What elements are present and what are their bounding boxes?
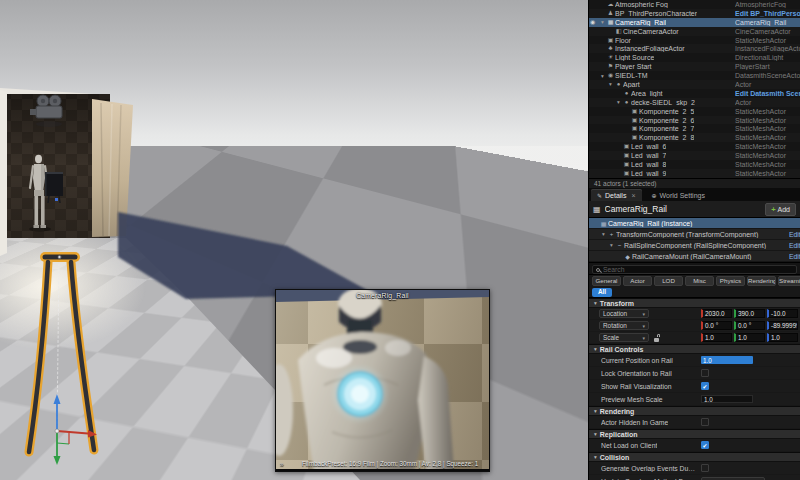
scale-y-field[interactable]: 1.0 (734, 333, 765, 342)
outliner-row[interactable]: ▣Led_wall_7StaticMeshActor (589, 151, 800, 160)
edit-component-link[interactable]: Edit (789, 231, 800, 238)
rotation-z-field[interactable]: -89.999999 (767, 321, 798, 330)
transform-label: Location (603, 310, 627, 317)
camera-rig-icon: ▦ (606, 18, 615, 27)
outliner-row[interactable]: ▣Komponente_2_6StaticMeshActor (589, 116, 800, 125)
expander-icon[interactable]: ▾ (607, 81, 614, 87)
edit-link[interactable]: Edit BP_ThirdPerson (735, 10, 800, 17)
filter-streaming-button[interactable]: Streaming (778, 276, 800, 286)
rotation-x-field[interactable]: 0.0 ° (701, 321, 732, 330)
expander-icon[interactable]: ▾ (615, 99, 622, 105)
section-title: Transform (600, 300, 634, 307)
outliner-row[interactable]: ▣Komponente_2_8StaticMeshActor (589, 133, 800, 142)
section-header-transform[interactable]: ▾Transform (589, 298, 800, 308)
chevron-down-icon: ▾ (594, 346, 597, 352)
expander-icon[interactable]: ▾ (608, 242, 615, 248)
search-box[interactable] (592, 265, 797, 274)
chevron-down-icon: ▾ (594, 431, 597, 437)
filter-rendering-button[interactable]: Rendering (747, 276, 776, 286)
outliner-row[interactable]: ▣Led_wall_6StaticMeshActor (589, 142, 800, 151)
camera-rail-spline[interactable] (29, 255, 94, 452)
pip-camera-preview[interactable]: CameraRig_Rail FilmbackPreset: 16:9 Film… (275, 289, 490, 472)
location-z-field[interactable]: -10.0 (767, 309, 798, 318)
plus-icon: + (771, 205, 775, 214)
expander-icon[interactable]: ▾ (599, 19, 606, 25)
outliner-row[interactable]: ⚑Player StartPlayerStart (589, 62, 800, 71)
checkbox[interactable]: ✔ (701, 382, 709, 390)
component-label: RailCameraMount (RailCameraMount) (632, 253, 800, 260)
visibility-eye-icon[interactable]: ◉ (590, 18, 599, 27)
filter-lod-button[interactable]: LOD (654, 276, 683, 286)
add-button-label: Add (778, 206, 790, 213)
panel-tabbar: ✎ Details × ⊕ World Settings (589, 188, 800, 201)
component-row[interactable]: ▦CameraRig_Rail (Instance) (589, 218, 800, 229)
outliner-row[interactable]: ◉▾▦CameraRig_RailCameraRig_Rail (589, 18, 800, 27)
rotation-dropdown[interactable]: Rotation▾ (599, 321, 649, 330)
section-header-rail-controls[interactable]: ▾Rail Controls (589, 344, 800, 354)
right-dock-panel: ☁Atmospheric FogAtmosphericFog♟BP_ThirdP… (588, 0, 800, 480)
outliner-row[interactable]: ☀Light SourceDirectionalLight (589, 53, 800, 62)
filter-general-button[interactable]: General (592, 276, 621, 286)
actor-icon: ● (614, 80, 623, 89)
pip-expand-icon[interactable]: » (280, 461, 284, 468)
checkbox[interactable] (701, 418, 709, 426)
checkbox[interactable]: ✔ (701, 441, 709, 449)
checkbox[interactable] (701, 369, 709, 377)
outliner-row[interactable]: ♟BP_ThirdPersonCharacterEdit BP_ThirdPer… (589, 9, 800, 18)
outliner-row[interactable]: ●Area_lightEdit Datasmith Scene (589, 89, 800, 98)
edit-component-link[interactable]: Edit (789, 242, 800, 249)
static-mesh-icon: ▣ (630, 124, 639, 133)
rotation-y-field[interactable]: 0.0 ° (734, 321, 765, 330)
location-dropdown[interactable]: Location▾ (599, 309, 649, 318)
outliner-row[interactable]: ☁Atmospheric FogAtmosphericFog (589, 0, 800, 9)
filter-misc-button[interactable]: Misc (685, 276, 714, 286)
section-header-replication[interactable]: ▾Replication (589, 429, 800, 439)
filter-actor-button[interactable]: Actor (623, 276, 652, 286)
position-slider[interactable]: 1.0 (701, 356, 753, 364)
outliner-row[interactable]: ▣FloorStaticMeshActor (589, 36, 800, 45)
pip-filmback-caption: FilmbackPreset: 16:9 Film | Zoom: 30mm |… (302, 460, 478, 467)
actor-type-label: StaticMeshActor (735, 134, 800, 141)
expander-icon[interactable]: ▾ (599, 73, 606, 79)
location-y-field[interactable]: 390.0 (734, 309, 765, 318)
tab-details[interactable]: ✎ Details × (591, 189, 642, 201)
outliner-row[interactable]: ◧CineCameraActorCineCameraActor (589, 27, 800, 36)
scale-x-field[interactable]: 1.0 (701, 333, 732, 342)
location-x-field[interactable]: 2030.0 (701, 309, 732, 318)
outliner-row[interactable]: ♣InstancedFoliageActorInstancedFoliageAc… (589, 44, 800, 53)
outliner-row[interactable]: ▣Led_wall_9StaticMeshActor (589, 169, 800, 178)
checkbox[interactable] (701, 464, 709, 472)
filter-all-button[interactable]: All (592, 288, 612, 297)
component-row[interactable]: ▾~RailSplineComponent (RailSplineCompone… (589, 240, 800, 251)
number-field[interactable]: 1.0 (701, 395, 753, 403)
search-input[interactable] (603, 266, 793, 273)
outliner-row[interactable]: ▣Komponente_2_5StaticMeshActor (589, 107, 800, 116)
outliner-row[interactable]: ▣Komponente_2_7StaticMeshActor (589, 124, 800, 133)
expander-icon[interactable]: ▾ (600, 231, 607, 237)
outliner-row[interactable]: ▾●ApartActor (589, 80, 800, 89)
edit-component-link[interactable]: Edit (789, 253, 800, 260)
level-viewport[interactable]: CameraRig_Rail FilmbackPreset: 16:9 Film… (0, 0, 588, 480)
outliner-row[interactable]: ▾●decke-SIEDL_skp_2Actor (589, 98, 800, 107)
scale-dropdown[interactable]: Scale▾ (599, 333, 649, 342)
actor-type-label: PlayerStart (735, 63, 800, 70)
component-row[interactable]: ◆RailCameraMount (RailCameraMount)Edit (589, 251, 800, 262)
section-header-collision[interactable]: ▾Collision (589, 452, 800, 462)
unlock-icon[interactable] (654, 334, 660, 342)
chevron-down-icon: ▾ (642, 323, 645, 329)
actor-label: Apart (623, 81, 640, 88)
section-header-rendering[interactable]: ▾Rendering (589, 406, 800, 416)
close-icon[interactable]: × (631, 192, 635, 199)
add-component-button[interactable]: + Add (765, 203, 796, 216)
scale-z-field[interactable]: 1.0 (767, 333, 798, 342)
component-row[interactable]: ▾+TransformComponent (TransformComponent… (589, 229, 800, 240)
property-label: Actor Hidden In Game (601, 419, 668, 426)
dark-room-structure[interactable] (0, 88, 133, 256)
outliner-row[interactable]: ▣Led_wall_8StaticMeshActor (589, 160, 800, 169)
actor-type-label: Actor (735, 99, 800, 106)
edit-link[interactable]: Edit Datasmith Scene (735, 90, 800, 97)
tab-world-settings[interactable]: ⊕ World Settings (646, 189, 711, 201)
outliner-row[interactable]: ▾◉SIEDL-TMDatasmithSceneActor (589, 71, 800, 80)
dropdown-select[interactable]: Use Config Default▾ (701, 477, 765, 480)
filter-physics-button[interactable]: Physics (716, 276, 745, 286)
